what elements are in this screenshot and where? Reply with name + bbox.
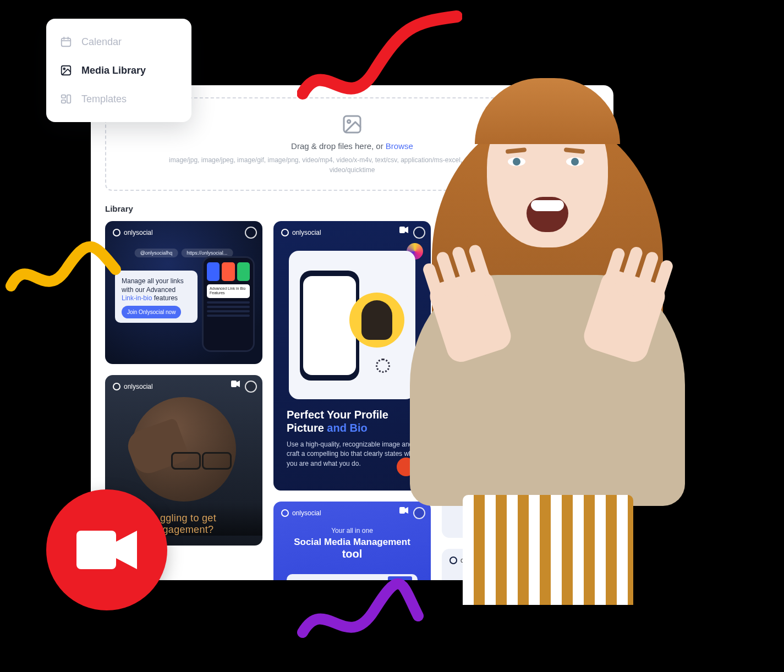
media-card-linkinbio[interactable]: onlysocial @onlysocialhq https://onlysoc… (105, 221, 262, 364)
svg-point-1 (348, 120, 350, 123)
person-photo (399, 44, 696, 616)
select-toggle[interactable] (245, 381, 257, 393)
squiggle-purple (297, 577, 424, 649)
sidebar-item-templates[interactable]: Templates (52, 85, 186, 113)
card-title: Perfect Your Profile Picture and Bio (287, 408, 418, 434)
sidebar-menu: Calendar Media Library Templates (46, 19, 191, 122)
sidebar-item-label: Media Library (81, 65, 146, 76)
video-record-button[interactable] (46, 489, 167, 610)
card-brand: onlysocial (281, 229, 321, 236)
svg-rect-2 (231, 381, 237, 387)
select-toggle[interactable] (245, 227, 257, 239)
squiggle-yellow (6, 236, 121, 302)
squiggle-red (297, 5, 462, 110)
sidebar-item-media-library[interactable]: Media Library (52, 56, 186, 85)
spinner-icon (376, 359, 390, 373)
card-brand: onlysocial (113, 383, 153, 390)
templates-icon (59, 92, 73, 106)
video-icon (231, 380, 240, 388)
card-copy: Manage all your links with our Advanced … (115, 271, 198, 323)
card-brand: onlysocial (281, 509, 321, 517)
chip-handle: @onlysocialhq (135, 249, 178, 257)
video-camera-icon (76, 527, 137, 572)
svg-rect-11 (76, 531, 116, 569)
image-icon (341, 113, 363, 137)
calendar-icon (59, 35, 73, 48)
svg-rect-8 (62, 95, 65, 98)
card-brand: onlysocial (113, 229, 153, 236)
svg-rect-10 (67, 95, 70, 103)
sidebar-item-label: Templates (81, 93, 127, 105)
sidebar-item-label: Calendar (81, 36, 122, 48)
dropzone-text: Drag & drop files here, or Browse (291, 141, 413, 151)
phone-mock: Advanced Link in Bio Features (202, 256, 255, 352)
phone-caption: Advanced Link in Bio Features (207, 284, 250, 298)
svg-rect-9 (62, 100, 65, 103)
svg-rect-5 (62, 38, 71, 47)
dropzone-prefix: Drag & drop files here, or (291, 141, 386, 151)
avatar-icon (349, 293, 404, 348)
cta-pill: Join Onlysocial now (122, 306, 181, 318)
image-icon (59, 64, 73, 77)
sidebar-item-calendar[interactable]: Calendar (52, 27, 186, 56)
svg-point-7 (63, 68, 65, 70)
